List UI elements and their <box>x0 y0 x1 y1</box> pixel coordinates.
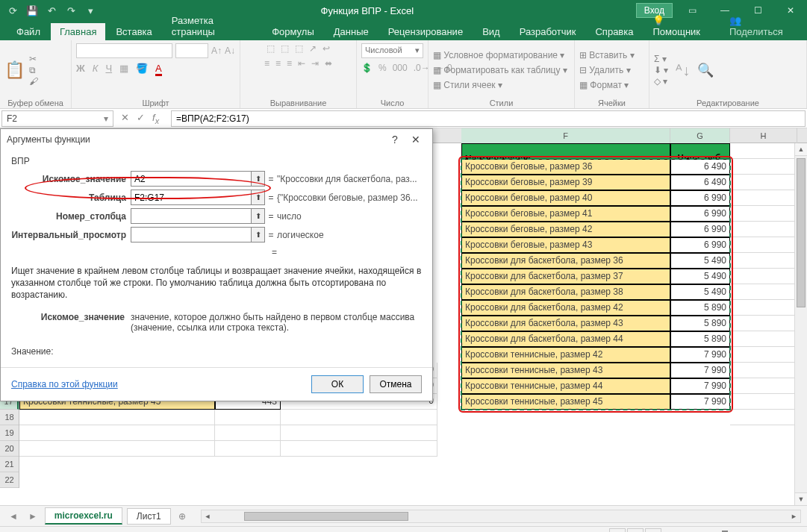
align-bottom-icon[interactable]: ⬚ <box>295 43 303 54</box>
format-as-table-button[interactable]: ▦ Форматировать как таблицу ▾ <box>433 65 567 75</box>
decrease-font-icon[interactable]: A↓ <box>225 46 235 56</box>
wrap-text-icon[interactable]: ↩ <box>323 43 330 54</box>
lookup-price-14[interactable]: 7 990 <box>670 378 730 394</box>
format-painter-icon[interactable]: 🖌 <box>29 76 38 87</box>
tab-home[interactable]: Главная <box>51 23 105 40</box>
find-select-icon[interactable]: 🔍 <box>697 62 714 78</box>
arg-input-field-2[interactable] <box>131 211 251 222</box>
cell-h-17[interactable] <box>730 410 797 425</box>
cell-h-0[interactable] <box>730 143 797 159</box>
border-icon[interactable]: ▦ <box>119 63 128 76</box>
range-picker-icon[interactable]: ⬆ <box>251 228 264 242</box>
lookup-price-6[interactable]: 5 490 <box>670 253 730 269</box>
formula-bar-input[interactable] <box>171 110 806 127</box>
underline-button[interactable]: Ч <box>105 63 112 76</box>
lookup-name-14[interactable]: Кроссовки теннисные, размер 44 <box>461 378 670 394</box>
page-layout-view-icon[interactable]: ▤ <box>627 528 644 533</box>
scroll-left-icon[interactable]: ◄ <box>202 513 214 520</box>
arg-input-field-3[interactable] <box>131 230 251 240</box>
cell-h-3[interactable] <box>730 190 797 206</box>
cell-h-5[interactable] <box>730 222 797 237</box>
normal-view-icon[interactable]: ▦ <box>609 528 626 533</box>
empty-c-19[interactable] <box>281 425 437 441</box>
hscroll-thumb[interactable] <box>244 512 408 521</box>
lookup-name-3[interactable]: Кроссовки беговые, размер 41 <box>461 206 670 222</box>
lookup-name-11[interactable]: Кроссовки для баскетбола, размер 44 <box>461 331 670 347</box>
arg-input-field-0[interactable] <box>131 174 251 184</box>
redo-icon[interactable]: ↷ <box>63 2 79 19</box>
column-header-G[interactable]: G <box>670 128 730 145</box>
dialog-help-link[interactable]: Справка по этой функции <box>11 379 118 389</box>
align-right-icon[interactable]: ≡ <box>287 58 292 69</box>
range-picker-icon[interactable]: ⬆ <box>251 190 264 204</box>
tab-page-layout[interactable]: Разметка страницы <box>163 12 261 40</box>
arg-input-0[interactable]: ⬆ <box>131 171 265 187</box>
empty-b-18[interactable] <box>215 410 281 425</box>
undo-icon[interactable]: ↶ <box>43 2 60 19</box>
arg-input-1[interactable]: ⬆ <box>131 190 265 205</box>
lookup-name-0[interactable]: Кроссовки беговые, размер 36 <box>461 159 670 175</box>
lookup-name-12[interactable]: Кроссовки теннисные, размер 42 <box>461 347 670 363</box>
cell-h-11[interactable] <box>730 316 797 331</box>
cell-h-4[interactable] <box>730 206 797 222</box>
page-break-view-icon[interactable]: ▭ <box>645 528 661 533</box>
tab-file[interactable]: Файл <box>7 23 49 40</box>
arg-input-3[interactable]: ⬆ <box>131 227 265 242</box>
cell-h-7[interactable] <box>730 253 797 269</box>
fill-color-icon[interactable]: 🪣 <box>136 63 148 76</box>
dialog-close-icon[interactable]: ✕ <box>405 131 426 148</box>
lookup-price-11[interactable]: 5 890 <box>670 331 730 347</box>
lookup-name-8[interactable]: Кроссовки для баскетбола, размер 38 <box>461 284 670 300</box>
comma-style-icon[interactable]: 000 <box>393 63 408 73</box>
cell-h-13[interactable] <box>730 347 797 363</box>
italic-button[interactable]: К <box>93 63 99 76</box>
new-sheet-icon[interactable]: ⊕ <box>175 511 189 522</box>
name-box[interactable]: F2▾ <box>1 110 113 127</box>
lookup-name-15[interactable]: Кроссовки теннисные, размер 45 <box>461 394 670 410</box>
cell-h-1[interactable] <box>730 159 797 175</box>
empty-a-18[interactable] <box>19 410 215 425</box>
format-cells-button[interactable]: ▦ Формат ▾ <box>579 80 635 90</box>
cancel-formula-icon[interactable]: ✕ <box>121 112 129 125</box>
delete-cells-button[interactable]: ⊟ Удалить ▾ <box>579 65 635 75</box>
row-header-21[interactable]: 21 <box>0 457 19 472</box>
vertical-scrollbar[interactable]: ▲ ▼ <box>794 143 807 505</box>
sheet-tab-other[interactable]: Лист1 <box>127 508 171 525</box>
enter-formula-icon[interactable]: ✓ <box>137 112 145 125</box>
cell-styles-button[interactable]: ▦ Стили ячеек ▾ <box>433 80 567 90</box>
horizontal-scrollbar[interactable]: ◄ ► <box>201 510 801 523</box>
lookup-name-7[interactable]: Кроссовки для баскетбола, размер 37 <box>461 269 670 284</box>
lookup-price-0[interactable]: 6 490 <box>670 159 730 175</box>
vscroll-thumb[interactable] <box>797 158 806 307</box>
empty-b-19[interactable] <box>215 425 281 441</box>
autosum-icon[interactable]: Σ ▾ <box>654 54 668 64</box>
lookup-name-10[interactable]: Кроссовки для баскетбола, размер 43 <box>461 316 670 331</box>
lookup-price-7[interactable]: 5 490 <box>670 269 730 284</box>
insert-cells-button[interactable]: ⊞ Вставить ▾ <box>579 50 635 60</box>
number-format-dropdown[interactable]: Числовой▾ <box>361 43 423 58</box>
column-header-H[interactable]: H <box>730 128 797 143</box>
indent-less-icon[interactable]: ⇤ <box>298 58 305 69</box>
align-top-icon[interactable]: ⬚ <box>267 43 275 54</box>
tab-formulas[interactable]: Формулы <box>263 23 323 40</box>
bold-button[interactable]: Ж <box>76 63 85 76</box>
empty-b-20[interactable] <box>215 441 281 457</box>
cell-h-15[interactable] <box>730 378 797 394</box>
font-family-dropdown[interactable] <box>76 43 172 58</box>
cell-h-10[interactable] <box>730 300 797 316</box>
lookup-price-3[interactable]: 6 990 <box>670 206 730 222</box>
scroll-right-icon[interactable]: ► <box>788 513 800 520</box>
range-picker-icon[interactable]: ⬆ <box>251 209 264 223</box>
fx-icon[interactable]: fx <box>152 112 159 125</box>
arg-input-2[interactable]: ⬆ <box>131 208 265 224</box>
empty-c-20[interactable] <box>281 441 437 457</box>
sort-filter-icon[interactable]: ᴬ↓ <box>676 61 690 79</box>
cell-h-14[interactable] <box>730 363 797 378</box>
lookup-price-10[interactable]: 5 890 <box>670 316 730 331</box>
increase-decimal-icon[interactable]: .0→ <box>414 63 430 73</box>
qat-dropdown-icon[interactable]: ▾ <box>82 2 99 19</box>
paste-button[interactable]: 📋 <box>4 60 25 80</box>
copy-icon[interactable]: ⧉ <box>29 65 38 75</box>
cancel-button[interactable]: Отмена <box>370 375 422 393</box>
cell-h-9[interactable] <box>730 284 797 300</box>
